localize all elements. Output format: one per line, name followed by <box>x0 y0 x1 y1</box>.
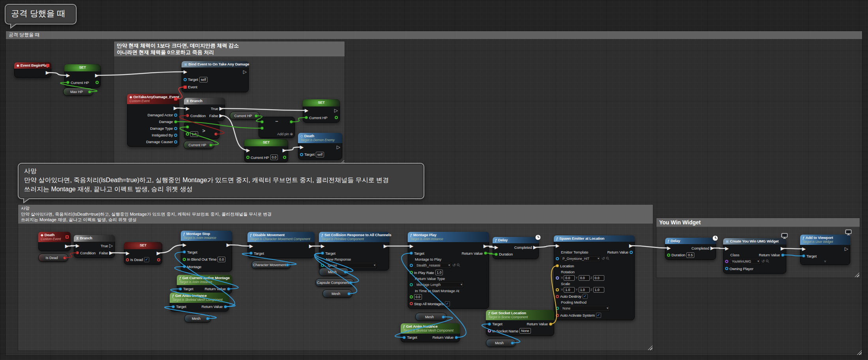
red-pin[interactable] <box>186 114 189 117</box>
node-death1[interactable]: ◇DeathTarget is Demon Enemy▶▷Targetself <box>298 133 342 160</box>
node-set2[interactable]: SET▶▷Current HP <box>303 99 340 123</box>
blue-pin[interactable] <box>174 134 177 137</box>
green-pin[interactable] <box>261 127 264 130</box>
variable-pill-capsule-component[interactable]: Capsule Component <box>315 278 354 287</box>
checkbox[interactable]: ✓ <box>445 301 450 306</box>
variable-pill-mesh5[interactable]: Mesh <box>415 313 447 321</box>
variable-pill-mesh4[interactable]: Mesh <box>486 339 516 347</box>
blue-pin[interactable] <box>556 257 559 260</box>
node-cmp[interactable]: 1.0> <box>184 121 219 139</box>
blue-pin[interactable] <box>174 127 177 130</box>
exec-pin[interactable]: ▶ <box>183 243 186 247</box>
green-pin[interactable] <box>484 252 487 255</box>
value-field[interactable]: 0.0 <box>593 275 604 281</box>
blue-pin[interactable] <box>321 252 324 255</box>
green-pin[interactable] <box>283 156 286 159</box>
exec-pin[interactable]: ▶ <box>109 251 113 255</box>
exec-pin[interactable]: ▷ <box>845 247 848 251</box>
blue-pin[interactable] <box>725 267 728 270</box>
green-pin[interactable] <box>305 116 308 119</box>
variable-pill-mesh1[interactable]: Mesh <box>184 314 211 323</box>
node-gai2[interactable]: ƒGet Anim InstanceTarget is Skeletal Mes… <box>401 323 460 342</box>
dropdown-select[interactable]: YouWinUMG▾ <box>729 258 760 265</box>
blue-pin[interactable] <box>442 315 445 319</box>
variable-pill-currenthp-b[interactable]: Current HP <box>184 141 214 149</box>
exec-pin[interactable]: ▶ <box>629 244 633 248</box>
teal-pin[interactable] <box>410 283 413 286</box>
value-field[interactable]: 0.0 <box>414 294 422 300</box>
node-delay2[interactable]: ƒDelay▶Completed▶Duration0.5 <box>665 238 716 260</box>
green-pin[interactable] <box>88 90 91 93</box>
yellow-pin[interactable] <box>549 323 552 326</box>
node-gcam[interactable]: ƒGet Current Active MontageTarget is Ani… <box>177 275 232 294</box>
exec-pin[interactable]: ▶ <box>174 106 177 110</box>
red-pin[interactable] <box>63 256 66 259</box>
green-pin[interactable] <box>186 125 189 129</box>
node-scol[interactable]: ƒSet Collision Response to All ChannelsT… <box>319 232 389 270</box>
value-field[interactable]: 0.5 <box>686 252 694 258</box>
node-branch1[interactable]: ⧖Branch▶True▶ConditionFalse▶ <box>184 98 225 121</box>
exec-pin[interactable]: ▶ <box>219 106 223 110</box>
exec-pin[interactable]: ▶ <box>246 148 250 152</box>
node-se[interactable]: ƒSpawn Emitter at Location▶▶Emitter Temp… <box>554 235 635 320</box>
blue-pin[interactable] <box>300 153 303 156</box>
blue-pin[interactable] <box>174 140 177 144</box>
blue-pin[interactable] <box>183 250 186 254</box>
teal-pin[interactable] <box>321 264 324 267</box>
blue-pin[interactable] <box>802 254 805 257</box>
blue-pin[interactable] <box>179 287 182 291</box>
exec-pin[interactable]: ▷ <box>337 145 340 149</box>
delegate-pin[interactable] <box>46 64 49 67</box>
node-beginplay[interactable]: ◆Event BeginPlay▶ <box>14 62 51 78</box>
exec-pin[interactable]: ▶ <box>533 245 537 249</box>
dropdown-select[interactable]: None▾ <box>560 305 609 312</box>
exec-pin[interactable]: ▶ <box>484 244 487 248</box>
exec-pin[interactable]: ▶ <box>309 244 313 248</box>
red-pin[interactable] <box>157 258 160 261</box>
rot-pin[interactable] <box>556 276 559 280</box>
delegate-pin[interactable] <box>66 235 69 239</box>
exec-pin[interactable]: ▶ <box>184 70 187 74</box>
lav-pin[interactable] <box>488 329 491 332</box>
magnifier-icon[interactable] <box>606 257 609 261</box>
exec-pin[interactable]: ▶ <box>66 73 70 77</box>
variable-pill-currenthp-a[interactable]: Current HP <box>230 112 260 120</box>
exec-pin[interactable]: ▶ <box>802 247 806 251</box>
exec-pin[interactable]: ▶ <box>321 244 324 248</box>
blue-pin[interactable] <box>344 270 347 274</box>
blue-pin[interactable] <box>403 336 406 339</box>
blue-pin[interactable] <box>224 305 227 308</box>
red-pin[interactable] <box>126 258 129 261</box>
green-pin[interactable] <box>290 120 293 123</box>
green-pin[interactable] <box>209 144 212 147</box>
blue-pin[interactable] <box>488 323 491 326</box>
red-pin[interactable] <box>76 251 79 254</box>
exec-pin[interactable]: ▶ <box>186 106 189 110</box>
exec-pin[interactable]: ▶ <box>300 145 304 149</box>
exec-pin[interactable]: ▶ <box>725 246 729 250</box>
reset-icon[interactable]: ↺ <box>602 257 605 261</box>
value-field[interactable]: 1.0 <box>579 287 590 293</box>
delegate-pin[interactable] <box>184 86 187 89</box>
value-field[interactable]: 1.0 <box>435 270 443 275</box>
value-field[interactable]: 0.0 <box>579 275 590 281</box>
red-pin[interactable] <box>556 314 559 317</box>
value-field[interactable]: 0.0 <box>564 275 575 281</box>
exec-pin[interactable]: ▶ <box>65 244 69 248</box>
value-field[interactable]: 0.0 <box>217 257 225 262</box>
red-pin[interactable] <box>556 295 559 298</box>
exec-pin[interactable]: ▶ <box>283 148 286 152</box>
blue-pin[interactable] <box>184 78 187 81</box>
node-atv[interactable]: ƒAdd to ViewportTarget is User Widget▶▷T… <box>800 235 850 265</box>
value-field[interactable]: 0.0 <box>270 155 278 160</box>
exec-pin[interactable]: ▶ <box>76 244 79 248</box>
yellow-pin[interactable] <box>556 288 559 291</box>
blue-pin[interactable] <box>249 252 253 255</box>
green-pin[interactable] <box>410 295 413 298</box>
green-pin[interactable] <box>183 258 186 261</box>
green-pin[interactable] <box>186 132 189 136</box>
green-pin[interactable] <box>261 120 264 123</box>
teal-pin[interactable] <box>556 307 559 310</box>
exec-pin[interactable]: ▶ <box>157 251 160 255</box>
exec-pin[interactable]: ▶ <box>667 246 671 250</box>
